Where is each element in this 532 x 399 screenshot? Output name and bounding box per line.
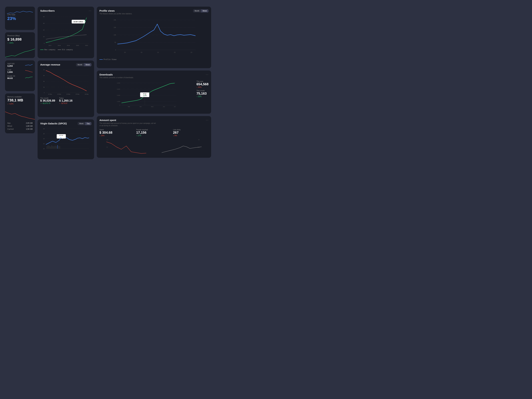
svg-text:15k: 15k — [114, 27, 116, 28]
stock-value-gold: 1,906 — [7, 71, 13, 73]
avg-revenue-today: Today $ 1,260.16 ↓ - $178.87 — [59, 97, 72, 104]
legend-new-company: New company — [40, 49, 55, 51]
downloads-year-value: 654,568 — [196, 82, 209, 86]
svg-text:5k: 5k — [114, 42, 116, 43]
svg-text:24: 24 — [43, 138, 44, 139]
downloads-card: Downloads This statistic presents a numb… — [97, 70, 211, 114]
svg-point-45 — [60, 137, 61, 138]
legend-old-company-label: Old company — [62, 49, 73, 51]
memory-card: Memory available 738,1 MB ↓ +13% App 2,6… — [5, 93, 35, 133]
svg-text:2k: 2k — [198, 139, 200, 140]
stock-value-sp500: 4,204 — [7, 65, 14, 67]
avg-revenue-week-toggle[interactable]: Week — [84, 63, 91, 66]
avg-revenue-today-label: Today — [59, 97, 72, 99]
memory-row-cached-value: 1,56 GB — [26, 128, 32, 130]
legend-new-company-dot — [40, 50, 44, 50]
virgin-galactic-title: Virgin Galactic (SPCE) — [40, 122, 67, 125]
memory-label: Memory available — [7, 96, 32, 98]
amount-spent-header: Amount spent The estimated total amount … — [99, 119, 209, 128]
svg-rect-53 — [55, 146, 55, 149]
svg-text:9k: 9k — [43, 75, 45, 76]
svg-rect-57 — [59, 146, 60, 149]
people-reached-value: 17,156 — [136, 131, 171, 134]
svg-text:4,000: 4,000 — [117, 82, 120, 84]
svg-text:30: 30 — [43, 23, 44, 24]
cpu-card: CPU load 23% — [5, 7, 35, 30]
up-arrow-icon: ↑ — [7, 42, 8, 44]
memory-change-value: +13% — [9, 103, 13, 105]
virgin-galactic-toggle: Week Day — [78, 122, 91, 125]
svg-rect-55 — [57, 145, 58, 149]
stock-name-sp500: S&P 500 — [7, 63, 14, 65]
avg-revenue-card: Average revenue Month Week 2k 9k 6k 3k — [38, 61, 94, 117]
down-arrow-icon-spent: ↓ — [99, 134, 101, 137]
revenue-change-value: +44% — [9, 42, 13, 44]
legend-profile-views-dot — [99, 59, 103, 60]
svg-text:20k: 20k — [114, 19, 116, 21]
down-arrow-icon-rev: ↓ — [59, 102, 60, 104]
stock-value-crudeoil: 66.63 — [7, 77, 15, 79]
amount-spent-menu-button[interactable]: ··· — [206, 119, 209, 122]
profile-views-subtitle: The feature shows you profile view stati… — [99, 13, 132, 15]
svg-text:25 May: 25 May — [76, 94, 79, 95]
stock-name-crudeoil: Crude Oil — [7, 75, 15, 77]
profile-views-header: Profile views The feature shows you prof… — [99, 9, 209, 16]
svg-text:0: 0 — [44, 43, 45, 44]
link-clicks-change: ↓ 9% — [173, 134, 209, 137]
downloads-menu-button[interactable]: ··· — [206, 73, 209, 76]
avg-revenue-toggle: Month Week — [76, 63, 91, 66]
svg-text:0: 0 — [119, 104, 120, 106]
svg-point-17 — [84, 21, 85, 22]
svg-text:$ 25.49: $ 25.49 — [59, 135, 63, 136]
revenue-value: $ 16,898 — [7, 37, 32, 42]
svg-rect-54 — [56, 146, 57, 149]
subscribers-title: Subscribers — [40, 9, 55, 12]
memory-row-wired-value: 1,80 GB — [26, 125, 32, 127]
profile-views-toggle: Month Week — [193, 9, 209, 13]
downloads-header: Downloads This statistic presents a numb… — [99, 73, 209, 80]
amount-spent-left-chart: 100 75 — [99, 139, 153, 155]
downloads-chart: 4,000 3,000 2,000 1,000 0 Mar Apr May Ju… — [99, 81, 194, 107]
downloads-month-label: This month — [196, 90, 209, 92]
svg-text:25 Apr: 25 Apr — [143, 93, 147, 95]
profile-views-chart: 20k 15k 10k 5k 0 19 20 21 22 23 — [99, 17, 209, 57]
left-column: CPU load 23% Revenue (May) $ 16,898 ↑ +4… — [5, 7, 35, 159]
svg-text:100: 100 — [106, 139, 108, 140]
svg-rect-49 — [50, 146, 51, 149]
memory-row-cached: Cached 1,56 GB — [7, 128, 32, 130]
amount-spent-subtitle: The estimated total amount of money you'… — [99, 122, 156, 127]
avg-revenue-month-toggle[interactable]: Month — [76, 63, 84, 66]
legend-profile-views-label: Profile Views — [104, 58, 117, 60]
svg-text:75: 75 — [106, 147, 108, 148]
svg-text:3,000: 3,000 — [117, 89, 120, 90]
svg-text:28: 28 — [43, 128, 44, 129]
subscribers-menu-button[interactable]: ··· — [89, 9, 91, 12]
legend-old-company: Old company — [58, 49, 73, 51]
svg-text:Apr: Apr — [140, 106, 142, 107]
down-arrow-icon-dl-year: ↓ — [196, 86, 197, 88]
link-clicks-value: 267 — [173, 131, 209, 134]
svg-rect-47 — [48, 145, 48, 149]
downloads-body: 4,000 3,000 2,000 1,000 0 Mar Apr May Ju… — [99, 81, 209, 107]
revenue-change: ↑ +44% — [7, 42, 32, 44]
pv-week-toggle[interactable]: Week — [201, 9, 209, 13]
avg-revenue-today-value: $ 1,260.16 — [59, 99, 72, 102]
svg-text:26 May: 26 May — [85, 94, 89, 95]
stock-row-sp500: S&P 500 4,204 — [7, 63, 32, 67]
svg-text:23 May: 23 May — [57, 94, 61, 95]
svg-text:2017: 2017 — [49, 45, 51, 46]
downloads-stats: This year 654,568 ↓ 34% This month 75,16… — [195, 81, 209, 107]
pv-month-toggle[interactable]: Month — [193, 9, 201, 13]
avg-revenue-today-change: ↓ - $178.87 — [59, 102, 72, 104]
svg-text:Mar: Mar — [128, 106, 130, 107]
amount-spent-title: Amount spent — [99, 119, 156, 121]
cpu-value: 23% — [7, 16, 32, 21]
vg-day-toggle[interactable]: Day — [85, 122, 91, 125]
stock-row-crudeoil: Crude Oil 66.63 — [7, 75, 32, 79]
svg-text:6k: 6k — [43, 81, 45, 82]
right-column: Profile views The feature shows you prof… — [97, 7, 211, 159]
memory-row-wired-label: Wired — [7, 125, 12, 127]
avg-revenue-chart: 2k 9k 6k 3k 0 22 May 23 May 24 May 25 Ma… — [40, 68, 91, 95]
vg-week-toggle[interactable]: Week — [78, 122, 85, 125]
memory-row-app-value: 2,65 GB — [26, 122, 32, 124]
